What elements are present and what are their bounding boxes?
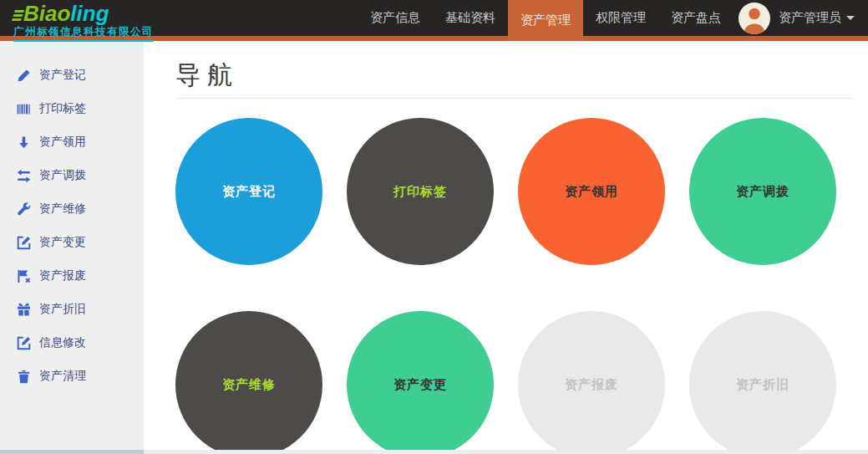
sidebar-item-asset-change[interactable]: 资产变更: [0, 226, 144, 259]
sidebar-item-label: 资产调拨: [39, 168, 86, 183]
circle-asset-receive[interactable]: 资产领用: [518, 118, 665, 265]
brand-logo[interactable]: Biaoling 广州标领信息科技有限公司: [0, 0, 154, 41]
sidebar-item-label: 信息修改: [39, 335, 86, 350]
brand-text-green: Biao: [23, 1, 70, 26]
horizontal-scrollbar[interactable]: [0, 450, 868, 454]
top-navigation: 资产信息 基础资料 资产管理 权限管理 资产盘点 资产管理员: [358, 0, 868, 41]
circle-row-1: 资产登记 打印标签 资产领用 资产调拨: [175, 118, 854, 265]
circle-asset-transfer[interactable]: 资产调拨: [689, 118, 836, 265]
circle-asset-depreciation[interactable]: 资产折旧: [689, 311, 836, 454]
wrench-icon: [17, 202, 31, 217]
flag-x-icon: [17, 269, 31, 283]
pencil-icon: [17, 69, 31, 83]
company-name: 广州标领信息科技有限公司: [13, 25, 154, 42]
sidebar-item-asset-scrap[interactable]: 资产报废: [0, 259, 144, 293]
sidebar-item-info-modify[interactable]: 信息修改: [0, 326, 144, 360]
page-layout: 资产登记 打印标签 资产领用: [0, 41, 868, 454]
brand-text-cyan: ling: [70, 1, 109, 26]
sidebar-item-asset-repair[interactable]: 资产维修: [0, 192, 144, 226]
sidebar-item-print-label[interactable]: 打印标签: [0, 92, 144, 125]
circle-asset-repair[interactable]: 资产维修: [175, 311, 322, 454]
sidebar-item-label: 资产维修: [39, 201, 86, 217]
sidebar-item-asset-depreciation[interactable]: 资产折旧: [0, 293, 144, 326]
sidebar-item-asset-register[interactable]: 资产登记: [0, 59, 144, 92]
horizontal-scrollbar-thumb[interactable]: [0, 450, 144, 454]
sidebar-item-asset-receive[interactable]: 资产领用: [0, 125, 144, 159]
sidebar-item-asset-cleanup[interactable]: 资产清理: [0, 360, 144, 393]
sidebar-item-label: 资产折旧: [39, 302, 86, 317]
transfer-arrows-icon: [17, 169, 31, 183]
user-menu[interactable]: 资产管理员: [733, 0, 868, 36]
sidebar-item-label: 资产登记: [39, 68, 86, 83]
barcode-icon: [17, 102, 31, 116]
sidebar-item-label: 资产领用: [39, 135, 86, 150]
sidebar-item-label: 资产报废: [39, 268, 86, 283]
gift-icon: [17, 303, 31, 317]
user-name: 资产管理员: [779, 10, 841, 26]
sidebar-item-label: 资产清理: [39, 369, 86, 384]
brand-wordmark: Biaoling: [13, 3, 154, 24]
nav-tab-basic-data[interactable]: 基础资料: [433, 0, 508, 36]
circle-print-label[interactable]: 打印标签: [347, 118, 494, 265]
nav-tab-asset-info[interactable]: 资产信息: [358, 0, 433, 36]
title-divider: [175, 98, 854, 99]
circle-row-2: 资产维修 资产变更 资产报废 资产折旧: [175, 311, 854, 454]
user-avatar[interactable]: [739, 3, 770, 34]
sidebar-item-label: 资产变更: [39, 235, 86, 250]
nav-tab-asset-inventory[interactable]: 资产盘点: [658, 0, 733, 36]
page-title: 导 航: [175, 60, 854, 90]
person-icon: [739, 3, 770, 34]
sidebar-item-label: 打印标签: [39, 101, 86, 116]
edit-square-icon: [17, 236, 31, 250]
nav-tab-asset-management[interactable]: 资产管理: [508, 0, 583, 41]
caret-down-icon: [846, 16, 855, 20]
circle-asset-scrap[interactable]: 资产报废: [518, 311, 665, 454]
circle-asset-change[interactable]: 资产变更: [347, 311, 494, 454]
arrow-down-icon: [17, 135, 31, 150]
trash-icon: [17, 370, 31, 384]
circle-asset-register[interactable]: 资产登记: [175, 118, 322, 265]
nav-tab-permission-management[interactable]: 权限管理: [583, 0, 658, 36]
edit-square-icon: [17, 336, 31, 350]
sidebar-item-asset-transfer[interactable]: 资产调拨: [0, 159, 144, 192]
sidebar: 资产登记 打印标签 资产领用: [0, 41, 144, 454]
main-content: 导 航 资产登记 打印标签 资产领用 资产调拨 资产维修 资产变更 资产报废 资…: [144, 41, 868, 454]
top-header: Biaoling 广州标领信息科技有限公司 资产信息 基础资料 资产管理 权限管…: [0, 0, 868, 41]
